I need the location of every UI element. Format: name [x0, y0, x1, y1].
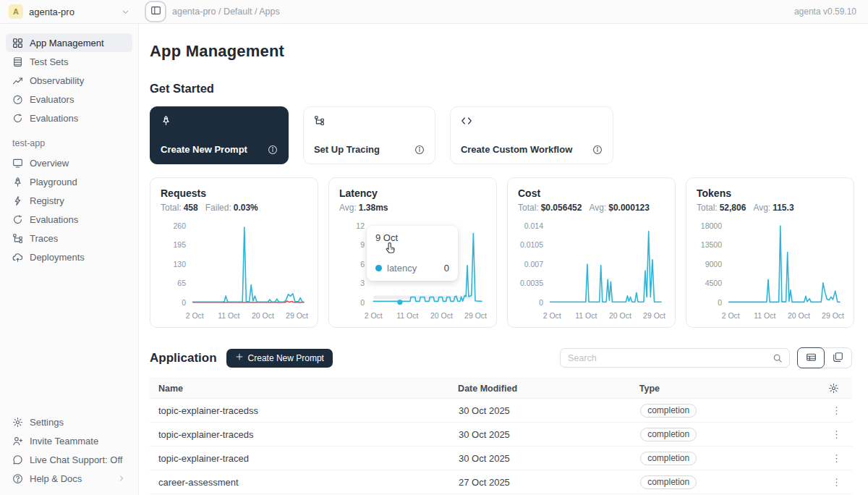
chart-stat: Avg:115.3	[753, 203, 793, 213]
plus-icon	[235, 352, 244, 363]
search-box[interactable]	[560, 348, 790, 368]
row-menu-button[interactable]	[830, 404, 843, 418]
column-header-actions	[820, 383, 852, 394]
sidebar-item-label: Test Sets	[30, 56, 68, 67]
type-cell: completion	[631, 404, 821, 418]
info-icon[interactable]	[268, 145, 278, 155]
sidebar-item-test-sets[interactable]: Test Sets	[6, 52, 132, 71]
sidebar-item-settings[interactable]: Settings	[6, 412, 132, 431]
svg-text:20 Oct: 20 Oct	[252, 311, 274, 320]
sidebar-item-help-docs[interactable]: Help & Docs	[6, 469, 132, 488]
chart-plot[interactable]: 0651301952602 Oct11 Oct20 Oct29 Oct	[161, 217, 309, 323]
column-header-name: Name	[150, 384, 449, 394]
app-name-cell: topic-explainer-tracedss	[150, 405, 450, 416]
info-icon[interactable]	[592, 145, 603, 155]
sidebar-item-app-management[interactable]: App Management	[6, 33, 132, 52]
svg-text:29 Oct: 29 Oct	[464, 311, 487, 320]
sidebar-project-nav: OverviewPlaygroundRegistryEvaluationsTra…	[6, 153, 132, 266]
tooltip-series-value: 0	[444, 263, 449, 274]
sidebar-item-label: Registry	[30, 195, 64, 206]
chart-stat: Avg:1.38ms	[339, 203, 388, 213]
get-started-card-label: Set Up Tracing	[314, 144, 380, 155]
grid-icon	[12, 38, 23, 48]
sidebar-item-evaluations[interactable]: Evaluations	[6, 109, 132, 127]
chart-stats: Total:458Failed:0.03%	[161, 203, 309, 213]
type-badge: completion	[640, 428, 697, 441]
sidebar: App ManagementTest SetsObservabilityEval…	[0, 24, 139, 495]
sidebar-item-evaluators[interactable]: Evaluators	[6, 90, 132, 109]
table-row[interactable]: career-assessment27 Oct 2025completion	[150, 470, 852, 494]
row-menu-button[interactable]	[830, 452, 843, 465]
sidebar-item-deployments[interactable]: Deployments	[6, 248, 132, 266]
date-modified-cell: 30 Oct 2025	[450, 429, 631, 440]
actions-cell	[821, 475, 852, 489]
svg-text:11 Oct: 11 Oct	[575, 311, 597, 320]
gauge-icon	[12, 94, 23, 105]
svg-text:2 Oct: 2 Oct	[543, 311, 561, 320]
get-started-card-footer: Set Up Tracing	[314, 144, 425, 155]
create-new-prompt-label: Create New Prompt	[248, 353, 324, 363]
row-menu-button[interactable]	[830, 475, 843, 489]
bolt-icon	[12, 195, 23, 206]
svg-text:0: 0	[718, 298, 722, 307]
sidebar-item-label: Traces	[30, 233, 58, 244]
svg-text:3: 3	[360, 279, 365, 287]
chart-stats: Total:52,806Avg:115.3	[697, 203, 845, 213]
svg-text:11 Oct: 11 Oct	[754, 311, 775, 320]
svg-text:13500: 13500	[701, 240, 722, 249]
row-menu-button[interactable]	[830, 428, 843, 441]
svg-text:2 Oct: 2 Oct	[722, 311, 740, 320]
tooltip-series-row: latency0	[375, 263, 449, 274]
chart-stat: Failed:0.03%	[205, 203, 258, 213]
get-started-card-label: Create New Prompt	[161, 144, 247, 155]
svg-text:4500: 4500	[705, 279, 723, 287]
sidebar-item-live-chat-support-off[interactable]: Live Chat Support: Off	[6, 450, 132, 469]
tooltip-series-name: latency	[387, 263, 417, 274]
create-new-prompt-button[interactable]: Create New Prompt	[226, 349, 333, 368]
info-icon[interactable]	[414, 145, 425, 155]
sidebar-toggle-button[interactable]	[145, 1, 166, 22]
main-content: App Management Get Started Create New Pr…	[139, 24, 868, 495]
get-started-card-set-up-tracing[interactable]: Set Up Tracing	[303, 106, 435, 164]
apps-table: NameDate ModifiedType topic-explainer-tr…	[150, 378, 852, 494]
chart-stat: Total:458	[161, 203, 198, 213]
svg-text:18000: 18000	[701, 221, 722, 230]
sidebar-item-label: Live Chat Support: Off	[30, 454, 122, 465]
search-icon[interactable]	[773, 353, 783, 363]
sidebar-item-label: Observability	[30, 75, 84, 86]
sidebar-item-registry[interactable]: Registry	[6, 191, 132, 210]
rocket-icon	[161, 115, 278, 126]
app-name-cell: topic-explainer-traced	[150, 453, 450, 464]
svg-text:20 Oct: 20 Oct	[788, 311, 810, 320]
svg-text:11 Oct: 11 Oct	[218, 311, 239, 320]
get-started-card-create-custom-workflow[interactable]: Create Custom Workflow	[450, 106, 613, 164]
type-badge: completion	[640, 452, 697, 465]
svg-text:29 Oct: 29 Oct	[286, 311, 308, 320]
column-settings-button[interactable]	[828, 383, 839, 394]
sidebar-item-observability[interactable]: Observability	[6, 71, 132, 90]
get-started-card-create-new-prompt[interactable]: Create New Prompt	[150, 106, 289, 164]
chart-plot[interactable]: 04500900013500180002 Oct11 Oct20 Oct29 O…	[697, 217, 845, 323]
sidebar-item-invite-teammate[interactable]: Invite Teammate	[6, 431, 132, 450]
table-view-button[interactable]	[797, 347, 825, 368]
help-icon	[12, 473, 23, 484]
chevron-right-icon	[117, 474, 126, 483]
type-cell: completion	[631, 475, 821, 489]
workspace-selector[interactable]: A agenta-pro	[0, 4, 139, 19]
code-icon	[461, 115, 603, 127]
sidebar-item-playground[interactable]: Playground	[6, 172, 132, 191]
sidebar-item-evaluations[interactable]: Evaluations	[6, 210, 132, 229]
table-row[interactable]: topic-explainer-traceds30 Oct 2025comple…	[150, 423, 852, 447]
table-view-icon	[806, 352, 817, 365]
table-row[interactable]: topic-explainer-traced30 Oct 2025complet…	[150, 447, 852, 470]
chart-plot[interactable]: 00.00350.0070.01050.0142 Oct11 Oct20 Oct…	[518, 217, 666, 323]
svg-text:65: 65	[177, 279, 186, 287]
svg-text:0: 0	[539, 298, 543, 307]
type-cell: completion	[631, 452, 821, 465]
sidebar-item-traces[interactable]: Traces	[6, 229, 132, 248]
table-row[interactable]: topic-explainer-tracedss30 Oct 2025compl…	[150, 399, 852, 423]
sidebar-item-overview[interactable]: Overview	[6, 153, 132, 172]
search-input[interactable]	[568, 353, 773, 363]
card-view-button[interactable]	[824, 348, 851, 368]
get-started-card-footer: Create Custom Workflow	[461, 144, 603, 155]
